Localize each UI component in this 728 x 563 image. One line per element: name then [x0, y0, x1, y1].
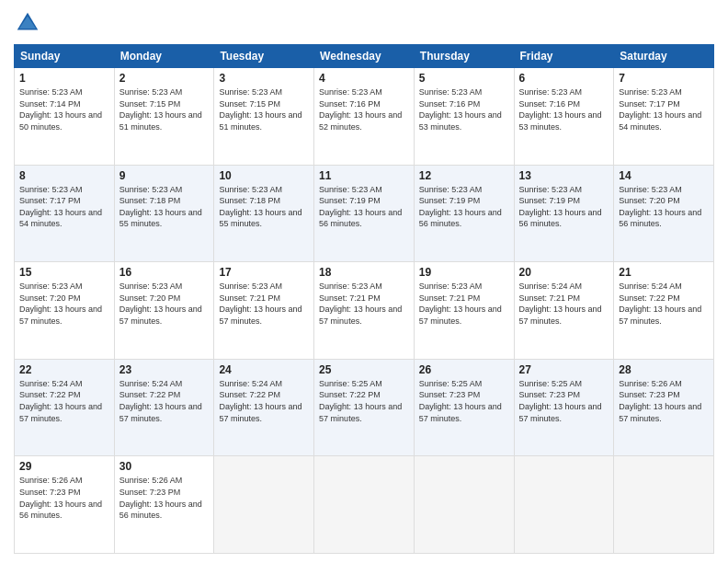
day-number: 18 — [319, 266, 409, 279]
calendar-day-cell: 22Sunrise: 5:24 AMSunset: 7:22 PMDayligh… — [15, 359, 115, 456]
calendar-header-cell: Thursday — [414, 45, 514, 68]
day-info: Sunrise: 5:23 AMSunset: 7:19 PMDaylight:… — [519, 184, 609, 230]
calendar-day-cell: 12Sunrise: 5:23 AMSunset: 7:19 PMDayligh… — [414, 165, 514, 262]
calendar-day-cell — [214, 456, 314, 554]
calendar-day-cell: 28Sunrise: 5:26 AMSunset: 7:23 PMDayligh… — [614, 359, 714, 456]
day-info: Sunrise: 5:23 AMSunset: 7:21 PMDaylight:… — [219, 281, 309, 327]
calendar-day-cell: 3Sunrise: 5:23 AMSunset: 7:15 PMDaylight… — [214, 68, 314, 166]
day-number: 13 — [519, 169, 609, 182]
day-info: Sunrise: 5:23 AMSunset: 7:18 PMDaylight:… — [119, 184, 210, 230]
day-info: Sunrise: 5:23 AMSunset: 7:17 PMDaylight:… — [619, 86, 709, 132]
day-number: 8 — [19, 169, 109, 182]
calendar-day-cell: 20Sunrise: 5:24 AMSunset: 7:21 PMDayligh… — [514, 262, 614, 360]
logo-icon — [14, 9, 41, 37]
calendar-day-cell: 2Sunrise: 5:23 AMSunset: 7:15 PMDaylight… — [114, 68, 214, 166]
calendar-day-cell — [314, 456, 415, 554]
calendar-day-cell — [414, 456, 514, 554]
day-info: Sunrise: 5:23 AMSunset: 7:21 PMDaylight:… — [319, 281, 409, 327]
calendar-header-cell: Monday — [114, 45, 214, 68]
calendar-day-cell: 7Sunrise: 5:23 AMSunset: 7:17 PMDaylight… — [614, 68, 714, 166]
day-number: 1 — [19, 72, 109, 85]
day-info: Sunrise: 5:26 AMSunset: 7:23 PMDaylight:… — [619, 378, 709, 424]
day-number: 20 — [519, 266, 609, 279]
calendar-day-cell: 11Sunrise: 5:23 AMSunset: 7:19 PMDayligh… — [314, 165, 415, 262]
day-number: 25 — [319, 363, 409, 376]
calendar-header-cell: Tuesday — [214, 45, 314, 68]
calendar-day-cell: 19Sunrise: 5:23 AMSunset: 7:21 PMDayligh… — [414, 262, 514, 360]
calendar-day-cell: 5Sunrise: 5:23 AMSunset: 7:16 PMDaylight… — [414, 68, 514, 166]
day-number: 19 — [419, 266, 509, 279]
calendar-day-cell: 14Sunrise: 5:23 AMSunset: 7:20 PMDayligh… — [614, 165, 714, 262]
day-number: 23 — [119, 363, 210, 376]
day-info: Sunrise: 5:23 AMSunset: 7:15 PMDaylight:… — [219, 86, 309, 132]
calendar-day-cell — [514, 456, 614, 554]
calendar-day-cell: 15Sunrise: 5:23 AMSunset: 7:20 PMDayligh… — [15, 262, 115, 360]
calendar-header-cell: Friday — [514, 45, 614, 68]
calendar-day-cell: 4Sunrise: 5:23 AMSunset: 7:16 PMDaylight… — [314, 68, 415, 166]
day-info: Sunrise: 5:23 AMSunset: 7:16 PMDaylight:… — [519, 86, 609, 132]
header — [14, 9, 714, 37]
calendar-week-row: 8Sunrise: 5:23 AMSunset: 7:17 PMDaylight… — [15, 165, 714, 262]
calendar-day-cell: 25Sunrise: 5:25 AMSunset: 7:22 PMDayligh… — [314, 359, 415, 456]
calendar-header-cell: Wednesday — [314, 45, 415, 68]
calendar-day-cell: 29Sunrise: 5:26 AMSunset: 7:23 PMDayligh… — [15, 456, 115, 554]
day-number: 16 — [119, 266, 210, 279]
day-number: 10 — [219, 169, 309, 182]
day-info: Sunrise: 5:25 AMSunset: 7:23 PMDaylight:… — [519, 378, 609, 424]
day-number: 2 — [119, 72, 210, 85]
day-info: Sunrise: 5:24 AMSunset: 7:22 PMDaylight:… — [219, 378, 309, 424]
day-info: Sunrise: 5:23 AMSunset: 7:20 PMDaylight:… — [619, 184, 709, 230]
page: SundayMondayTuesdayWednesdayThursdayFrid… — [0, 0, 728, 563]
day-number: 28 — [619, 363, 709, 376]
day-number: 7 — [619, 72, 709, 85]
calendar-week-row: 15Sunrise: 5:23 AMSunset: 7:20 PMDayligh… — [15, 262, 714, 360]
calendar-day-cell: 1Sunrise: 5:23 AMSunset: 7:14 PMDaylight… — [15, 68, 115, 166]
day-info: Sunrise: 5:25 AMSunset: 7:22 PMDaylight:… — [319, 378, 409, 424]
day-number: 17 — [219, 266, 309, 279]
calendar-day-cell: 16Sunrise: 5:23 AMSunset: 7:20 PMDayligh… — [114, 262, 214, 360]
day-info: Sunrise: 5:23 AMSunset: 7:16 PMDaylight:… — [319, 86, 409, 132]
day-number: 11 — [319, 169, 409, 182]
calendar-day-cell: 13Sunrise: 5:23 AMSunset: 7:19 PMDayligh… — [514, 165, 614, 262]
calendar-table: SundayMondayTuesdayWednesdayThursdayFrid… — [14, 44, 714, 554]
day-info: Sunrise: 5:23 AMSunset: 7:21 PMDaylight:… — [419, 281, 509, 327]
calendar-day-cell: 18Sunrise: 5:23 AMSunset: 7:21 PMDayligh… — [314, 262, 415, 360]
calendar-day-cell: 23Sunrise: 5:24 AMSunset: 7:22 PMDayligh… — [114, 359, 214, 456]
calendar-week-row: 22Sunrise: 5:24 AMSunset: 7:22 PMDayligh… — [15, 359, 714, 456]
day-info: Sunrise: 5:23 AMSunset: 7:20 PMDaylight:… — [19, 281, 109, 327]
day-number: 14 — [619, 169, 709, 182]
day-number: 9 — [119, 169, 210, 182]
day-info: Sunrise: 5:24 AMSunset: 7:22 PMDaylight:… — [119, 378, 210, 424]
calendar-day-cell: 21Sunrise: 5:24 AMSunset: 7:22 PMDayligh… — [614, 262, 714, 360]
calendar-day-cell: 8Sunrise: 5:23 AMSunset: 7:17 PMDaylight… — [15, 165, 115, 262]
calendar-header-row: SundayMondayTuesdayWednesdayThursdayFrid… — [15, 45, 714, 68]
day-info: Sunrise: 5:23 AMSunset: 7:17 PMDaylight:… — [19, 184, 109, 230]
calendar-day-cell: 30Sunrise: 5:26 AMSunset: 7:23 PMDayligh… — [114, 456, 214, 554]
day-number: 27 — [519, 363, 609, 376]
calendar-day-cell: 9Sunrise: 5:23 AMSunset: 7:18 PMDaylight… — [114, 165, 214, 262]
day-info: Sunrise: 5:24 AMSunset: 7:21 PMDaylight:… — [519, 281, 609, 327]
calendar-day-cell: 24Sunrise: 5:24 AMSunset: 7:22 PMDayligh… — [214, 359, 314, 456]
day-number: 22 — [19, 363, 109, 376]
day-info: Sunrise: 5:23 AMSunset: 7:18 PMDaylight:… — [219, 184, 309, 230]
calendar-day-cell: 27Sunrise: 5:25 AMSunset: 7:23 PMDayligh… — [514, 359, 614, 456]
day-number: 6 — [519, 72, 609, 85]
day-number: 12 — [419, 169, 509, 182]
day-number: 3 — [219, 72, 309, 85]
day-info: Sunrise: 5:24 AMSunset: 7:22 PMDaylight:… — [619, 281, 709, 327]
day-number: 30 — [119, 460, 210, 473]
calendar-day-cell: 10Sunrise: 5:23 AMSunset: 7:18 PMDayligh… — [214, 165, 314, 262]
day-number: 5 — [419, 72, 509, 85]
calendar-body: 1Sunrise: 5:23 AMSunset: 7:14 PMDaylight… — [15, 68, 714, 554]
day-info: Sunrise: 5:24 AMSunset: 7:22 PMDaylight:… — [19, 378, 109, 424]
day-info: Sunrise: 5:23 AMSunset: 7:14 PMDaylight:… — [19, 86, 109, 132]
day-info: Sunrise: 5:23 AMSunset: 7:16 PMDaylight:… — [419, 86, 509, 132]
day-info: Sunrise: 5:23 AMSunset: 7:15 PMDaylight:… — [119, 86, 210, 132]
calendar-week-row: 29Sunrise: 5:26 AMSunset: 7:23 PMDayligh… — [15, 456, 714, 554]
day-info: Sunrise: 5:25 AMSunset: 7:23 PMDaylight:… — [419, 378, 509, 424]
day-number: 26 — [419, 363, 509, 376]
calendar-week-row: 1Sunrise: 5:23 AMSunset: 7:14 PMDaylight… — [15, 68, 714, 166]
calendar-day-cell: 26Sunrise: 5:25 AMSunset: 7:23 PMDayligh… — [414, 359, 514, 456]
day-info: Sunrise: 5:23 AMSunset: 7:19 PMDaylight:… — [319, 184, 409, 230]
day-number: 29 — [19, 460, 109, 473]
